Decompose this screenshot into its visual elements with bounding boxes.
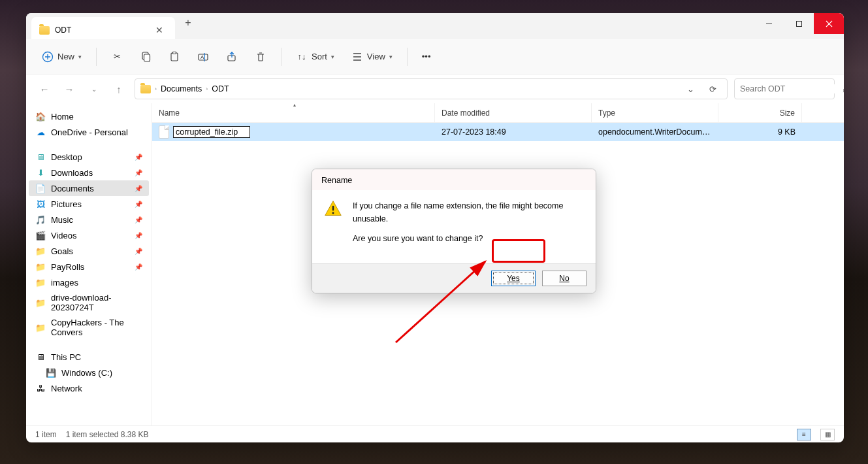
back-button[interactable]: ← (35, 80, 54, 98)
header-type[interactable]: Type (592, 103, 718, 122)
sidebar-item-music[interactable]: 🎵Music📌 (29, 212, 149, 227)
column-headers: Name▴ Date modified Type Size (152, 103, 844, 123)
sort-button[interactable]: ↑↓ Sort ▾ (289, 47, 341, 67)
sidebar-onedrive[interactable]: ☁OneDrive - Personal (29, 124, 149, 140)
status-bar: 1 item 1 item selected 8.38 KB ≡ ▦ (26, 425, 844, 442)
breadcrumb-odt[interactable]: ODT (212, 84, 229, 93)
network-icon: 🖧 (35, 383, 46, 393)
sidebar-home[interactable]: 🏠Home (29, 108, 149, 124)
sidebar-item-downloads[interactable]: ⬇Downloads📌 (29, 165, 149, 180)
separator (281, 48, 281, 66)
svg-rect-18 (332, 206, 334, 211)
sidebar-item-label: images (51, 278, 78, 288)
close-icon (826, 20, 833, 27)
rename-input[interactable] (173, 126, 250, 138)
share-icon (226, 51, 238, 63)
rename-icon: A (197, 51, 209, 63)
chevron-down-icon: ▾ (78, 54, 82, 60)
sidebar-drive-c[interactable]: 💾Windows (C:) (29, 365, 149, 380)
folder-icon: 📁 (35, 261, 46, 272)
separator (407, 48, 408, 66)
cut-button[interactable]: ✂ (104, 47, 129, 67)
new-button[interactable]: New ▾ (35, 47, 88, 67)
no-button[interactable]: No (542, 271, 587, 286)
toolbar: New ▾ ✂ A ↑↓ Sort ▾ View ▾ ••• (26, 39, 844, 75)
svg-text:A: A (201, 54, 204, 60)
sidebar-item-pictures[interactable]: 🖼Pictures📌 (29, 196, 149, 212)
more-button[interactable]: ••• (415, 48, 438, 65)
dialog-buttons: Yes No (312, 263, 596, 293)
folder-icon: 📁 (35, 322, 46, 333)
recent-button[interactable]: ⌄ (85, 80, 103, 98)
header-size[interactable]: Size (718, 103, 802, 122)
window-controls (754, 13, 844, 34)
sidebar-item-videos[interactable]: 🎬Videos📌 (29, 227, 149, 243)
dialog-text: If you change a file name extension, the… (353, 199, 584, 252)
pin-icon: 📌 (135, 185, 142, 192)
sidebar-item-label: Pictures (51, 199, 82, 209)
dialog-title: Rename (312, 169, 596, 190)
up-button[interactable]: ↑ (110, 80, 128, 98)
sidebar-item-copyhackers-the-convers[interactable]: 📁CopyHackers - The Convers (29, 315, 149, 340)
folder-icon: 📁 (35, 246, 46, 256)
sidebar-item-label: PayRolls (51, 262, 84, 272)
cut-icon: ✂ (111, 51, 123, 63)
breadcrumb-documents[interactable]: Documents (161, 84, 202, 93)
chevron-down-icon: ▾ (331, 54, 334, 60)
copy-button[interactable] (133, 47, 158, 67)
sidebar-network[interactable]: 🖧Network (29, 380, 149, 396)
rename-dialog: Rename If you change a file name extensi… (312, 169, 596, 293)
refresh-button[interactable]: ⟳ (703, 84, 722, 94)
paste-button[interactable] (162, 47, 187, 67)
delete-icon (255, 51, 266, 63)
delete-button[interactable] (248, 47, 273, 67)
dialog-line2: Are you sure you want to change it? (353, 232, 584, 245)
pin-icon: 📌 (135, 263, 142, 271)
sidebar-item-payrolls[interactable]: 📁PayRolls📌 (29, 259, 149, 274)
file-row[interactable]: 27-07-2023 18:49 opendocument.WriterDocu… (152, 123, 844, 141)
details-view-button[interactable]: ≡ (797, 429, 811, 440)
search-box[interactable]: ⌕ (734, 78, 835, 99)
rename-button[interactable]: A (191, 47, 216, 67)
sidebar-item-label: Desktop (51, 152, 82, 162)
address-bar[interactable]: › Documents › ODT ⌄ ⟳ (135, 78, 728, 99)
sidebar-item-images[interactable]: 📁images (29, 274, 149, 290)
sidebar-item-goals[interactable]: 📁Goals📌 (29, 243, 149, 259)
address-dropdown[interactable]: ⌄ (681, 84, 699, 94)
file-date: 27-07-2023 18:49 (435, 127, 592, 137)
home-icon: 🏠 (35, 111, 46, 122)
sidebar-item-documents[interactable]: 📄Documents📌 (29, 180, 149, 196)
share-button[interactable] (219, 47, 244, 67)
sidebar-item-label: Music (51, 215, 73, 225)
sidebar-this-pc[interactable]: 🖥This PC (29, 349, 149, 365)
pin-icon: 📌 (135, 216, 142, 224)
sidebar-item-drive-download-20230724t[interactable]: 📁drive-download-20230724T (29, 290, 149, 315)
sidebar-item-label: Documents (51, 184, 94, 193)
file-icon (159, 125, 169, 139)
view-button[interactable]: View ▾ (345, 47, 399, 67)
desktop-icon: 🖥 (35, 152, 46, 162)
folder-icon (39, 26, 50, 35)
header-date[interactable]: Date modified (435, 103, 592, 122)
header-name[interactable]: Name▴ (152, 103, 435, 122)
titlebar: ODT ✕ + (26, 13, 844, 39)
nav-row: ← → ⌄ ↑ › Documents › ODT ⌄ ⟳ ⌕ (26, 75, 844, 103)
sidebar-item-desktop[interactable]: 🖥Desktop📌 (29, 149, 149, 165)
chevron-right-icon: › (206, 86, 208, 92)
sidebar-item-label: Downloads (51, 168, 93, 178)
search-input[interactable] (740, 84, 843, 93)
tab-close-button[interactable]: ✕ (152, 24, 167, 37)
close-button[interactable] (814, 13, 844, 34)
maximize-button[interactable] (784, 13, 814, 34)
sidebar-item-label: CopyHackers - The Convers (51, 318, 142, 337)
forward-button[interactable]: → (60, 80, 78, 98)
thumbnails-view-button[interactable]: ▦ (820, 429, 835, 440)
minimize-button[interactable] (754, 13, 784, 34)
svg-point-19 (332, 212, 334, 214)
new-label: New (57, 52, 74, 61)
new-tab-button[interactable]: + (175, 17, 201, 29)
pin-icon: 📌 (135, 201, 142, 208)
pin-icon: 📌 (135, 248, 142, 255)
yes-button[interactable]: Yes (491, 271, 536, 286)
status-count: 1 item (35, 430, 57, 439)
